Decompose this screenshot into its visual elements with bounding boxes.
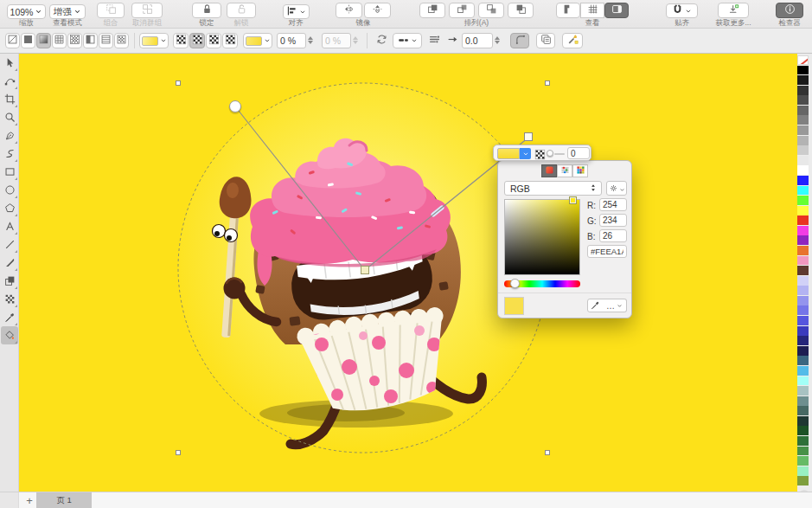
swatch[interactable]: [797, 416, 809, 426]
show-panel-button[interactable]: [604, 3, 629, 18]
swatch[interactable]: [797, 145, 809, 155]
gradient-stop-handle[interactable]: [525, 133, 533, 141]
swatch[interactable]: [797, 346, 809, 356]
swatch[interactable]: [797, 256, 809, 266]
swatch[interactable]: [797, 286, 809, 295]
swatch[interactable]: [797, 436, 809, 446]
add-page-button[interactable]: +: [22, 492, 36, 508]
swatch[interactable]: [797, 75, 809, 85]
alpha-pattern-3-button[interactable]: [206, 33, 221, 48]
send-backward-button[interactable]: [478, 3, 504, 18]
swatch[interactable]: [797, 376, 809, 386]
stroke-color-dropdown[interactable]: [243, 33, 272, 48]
stepper-icon[interactable]: [353, 36, 358, 45]
unlock-button[interactable]: [227, 3, 256, 18]
picker-options-button[interactable]: [606, 181, 627, 196]
stepper-icon[interactable]: [495, 36, 500, 45]
fill-dither-button[interactable]: [67, 33, 82, 48]
tool-zoom[interactable]: [1, 108, 18, 126]
swatch[interactable]: [797, 466, 809, 476]
green-input[interactable]: [599, 214, 627, 227]
flip-vertical-button[interactable]: [364, 3, 391, 18]
apply-style-button[interactable]: [562, 33, 583, 48]
alpha-pattern-4-button[interactable]: [222, 33, 238, 48]
tab-color-wheel[interactable]: [541, 164, 557, 177]
flip-horizontal-button[interactable]: [336, 3, 362, 18]
tool-pen[interactable]: [1, 126, 18, 145]
fill-grid-button[interactable]: [52, 33, 67, 48]
stop-opacity-input[interactable]: [567, 147, 590, 159]
tool-pattern[interactable]: [1, 290, 18, 308]
more-options-button[interactable]: …: [603, 299, 627, 312]
selection-handle-top-left[interactable]: [176, 81, 181, 86]
swatch[interactable]: [797, 86, 809, 95]
swatch[interactable]: [797, 456, 809, 466]
hue-handle[interactable]: [510, 279, 520, 288]
fill-color-dropdown[interactable]: [139, 33, 169, 48]
swatch[interactable]: [797, 386, 809, 395]
swatch[interactable]: [797, 165, 809, 175]
fill-lines-button[interactable]: [99, 33, 113, 48]
tool-select[interactable]: [1, 54, 18, 72]
tab-sliders[interactable]: [557, 164, 572, 177]
stroke-width-input[interactable]: [462, 33, 493, 48]
saturation-value-box[interactable]: [504, 199, 580, 275]
gradient-center-handle[interactable]: [361, 267, 369, 274]
swatch[interactable]: [797, 296, 809, 305]
gradient-end-handle[interactable]: [230, 101, 241, 113]
swatch[interactable]: [797, 326, 809, 336]
tool-text[interactable]: [1, 217, 18, 235]
bring-to-front-button[interactable]: [419, 3, 445, 18]
lock-button[interactable]: [192, 3, 221, 18]
red-input[interactable]: [599, 198, 627, 211]
stroke-opacity-input[interactable]: [322, 33, 351, 48]
rotate-pattern-button[interactable]: [372, 33, 391, 48]
swatch[interactable]: [797, 196, 809, 205]
stop-color-dropdown[interactable]: [520, 148, 531, 159]
group-button[interactable]: [97, 3, 125, 18]
canvas[interactable]: [19, 54, 797, 492]
hex-input[interactable]: [587, 245, 627, 258]
bring-forward-button[interactable]: [449, 3, 475, 18]
swatch[interactable]: [797, 156, 809, 165]
swatch-none[interactable]: [797, 55, 809, 65]
alpha-pattern-1-button[interactable]: [173, 33, 189, 48]
tool-knife[interactable]: [1, 254, 18, 272]
color-position-marker[interactable]: [570, 197, 576, 203]
swatch[interactable]: [797, 186, 809, 196]
dash-style-dropdown[interactable]: [393, 33, 422, 48]
tool-polygon[interactable]: [1, 199, 18, 217]
line-caps-button[interactable]: [425, 33, 443, 48]
copy-style-button[interactable]: [536, 33, 555, 48]
tool-line[interactable]: [1, 235, 18, 254]
swatch[interactable]: [797, 476, 809, 485]
fill-pattern-button[interactable]: [114, 33, 129, 48]
show-grid-button[interactable]: [580, 3, 604, 18]
tool-rectangle[interactable]: [1, 163, 18, 181]
tool-fill[interactable]: [1, 326, 18, 344]
swatch[interactable]: [797, 406, 809, 415]
stop-opacity-slider[interactable]: [547, 150, 553, 157]
tool-freehand[interactable]: [1, 145, 18, 163]
swatch[interactable]: [797, 176, 809, 185]
align-dropdown[interactable]: [283, 4, 310, 19]
swatch[interactable]: [797, 115, 809, 125]
view-mode-dropdown[interactable]: 增强: [49, 4, 86, 19]
color-mode-select[interactable]: RGB: [504, 181, 602, 196]
swatch[interactable]: [797, 226, 809, 235]
fill-half-button[interactable]: [83, 33, 98, 48]
tool-layers[interactable]: [1, 272, 18, 290]
swatch[interactable]: [797, 66, 809, 75]
swatch[interactable]: [797, 106, 809, 115]
tool-node-edit[interactable]: [1, 72, 18, 90]
swatch[interactable]: [797, 316, 809, 325]
swatch[interactable]: [797, 447, 809, 456]
arrowheads-button[interactable]: [444, 33, 460, 48]
tab-palettes[interactable]: [572, 164, 588, 177]
stop-opacity-track[interactable]: [554, 153, 565, 155]
swatch[interactable]: [797, 336, 809, 345]
corner-options-button[interactable]: [510, 33, 529, 48]
swatch[interactable]: [797, 136, 809, 145]
swatch[interactable]: [797, 215, 809, 225]
swatch[interactable]: [797, 276, 809, 286]
